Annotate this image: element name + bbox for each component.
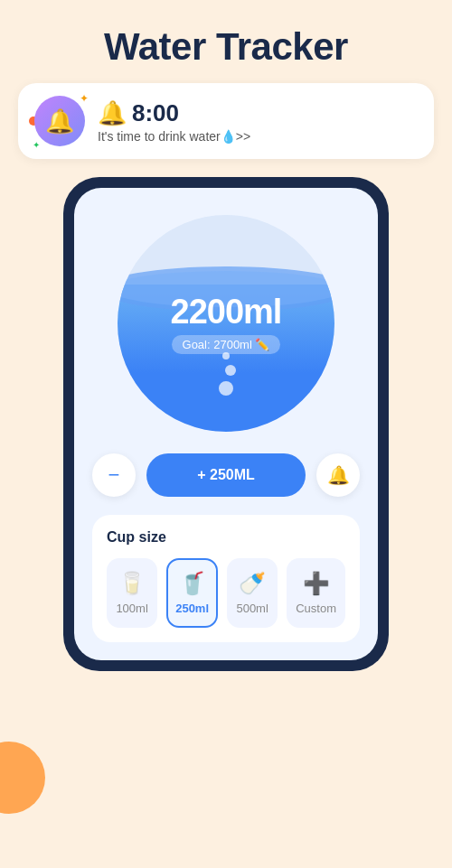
water-goal: Goal: 2700ml ✏️ (172, 335, 281, 354)
bubble-large (219, 381, 233, 396)
cup-option-500ml[interactable]: 🍼 500ml (227, 558, 278, 628)
cup-size-section: Cup size 🥛 100ml 🥤 250ml 🍼 500ml ➕ Custo… (92, 515, 360, 642)
phone-screen: 2200ml Goal: 2700ml ✏️ − + 250ML 🔔 Cup s… (74, 188, 378, 660)
bubble-small (222, 352, 230, 359)
cup-icon-500ml: 🍼 (239, 571, 266, 596)
cup-label-250ml: 250ml (175, 602, 209, 615)
notification-time: 8:00 (132, 99, 179, 127)
notification-card[interactable]: 🔔 ✦ ✦ 🔔 8:00 It's time to drink water💧>> (18, 83, 434, 159)
sparkle-top-icon: ✦ (80, 92, 89, 105)
cup-icon-100ml: 🥛 (118, 571, 146, 596)
water-circle: 2200ml Goal: 2700ml ✏️ (118, 215, 334, 432)
notification-bell-icon: 🔔 (98, 99, 127, 127)
water-amount: 2200ml (171, 293, 282, 331)
add-water-button[interactable]: + 250ML (146, 453, 306, 497)
sparkle-bottom-icon: ✦ (33, 140, 40, 150)
water-circle-container: 2200ml Goal: 2700ml ✏️ (92, 215, 360, 432)
cup-label-500ml: 500ml (236, 602, 268, 615)
water-text: 2200ml Goal: 2700ml ✏️ (171, 293, 282, 354)
notification-time-row: 🔔 8:00 (98, 99, 250, 127)
minus-button[interactable]: − (92, 453, 136, 497)
decoration-blob (0, 742, 45, 814)
cup-option-100ml[interactable]: 🥛 100ml (107, 558, 157, 628)
cup-options-list: 🥛 100ml 🥤 250ml 🍼 500ml ➕ Custom (107, 558, 345, 628)
controls-row: − + 250ML 🔔 (92, 453, 360, 497)
bubble-dots (216, 352, 236, 396)
notification-avatar: 🔔 ✦ ✦ (34, 96, 85, 146)
cup-label-100ml: 100ml (116, 602, 147, 615)
cup-size-title: Cup size (107, 529, 345, 546)
avatar-emoji: 🔔 (45, 107, 74, 135)
notification-text-block: 🔔 8:00 It's time to drink water💧>> (98, 99, 250, 144)
cup-label-custom: Custom (296, 602, 336, 615)
page-title: Water Tracker (0, 0, 452, 83)
cup-icon-custom: ➕ (303, 571, 330, 596)
notification-message: It's time to drink water💧>> (98, 129, 250, 144)
bubble-medium (225, 365, 236, 376)
cup-option-250ml[interactable]: 🥤 250ml (166, 558, 218, 628)
reminder-bell-button[interactable]: 🔔 (316, 453, 360, 497)
cup-option-custom[interactable]: ➕ Custom (287, 558, 345, 628)
cup-icon-250ml: 🥤 (179, 571, 206, 596)
phone-frame: 2200ml Goal: 2700ml ✏️ − + 250ML 🔔 Cup s… (63, 177, 389, 671)
